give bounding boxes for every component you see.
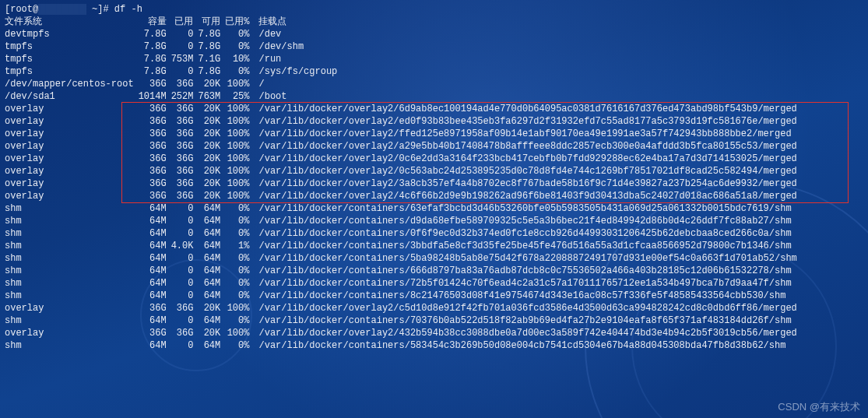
df-header-row: 文件系统 容量 已用 可用 已用% 挂载点 [5, 16, 802, 28]
cell-pct: 25% [225, 90, 254, 103]
cell-fs: shm [5, 227, 139, 240]
cell-fs: overlay [5, 128, 139, 140]
cell-mount: /var/lib/docker/containers/8c21476503d08… [254, 290, 801, 302]
cell-used: 36G [171, 128, 199, 140]
table-row: overlay36G36G20K100%/var/lib/docker/over… [5, 115, 802, 128]
cell-avail: 64M [198, 265, 225, 277]
cell-fs: /dev/sda1 [5, 90, 139, 103]
cell-used: 36G [171, 165, 199, 177]
cell-pct: 0% [225, 314, 254, 327]
cell-avail: 20K [198, 327, 225, 339]
cell-mount: /var/lib/docker/containers/583454c3b269b… [254, 339, 801, 352]
cell-mount: /var/lib/docker/overlay2/3a8cb357ef4a4b8… [254, 177, 801, 190]
prompt-path: ~]# [86, 4, 114, 15]
table-row: shm64M064M0%/var/lib/docker/containers/6… [5, 265, 802, 277]
table-row: overlay36G36G20K100%/var/lib/docker/over… [5, 103, 802, 115]
cell-avail: 20K [198, 165, 225, 177]
col-filesystem: 文件系统 [5, 16, 139, 28]
cell-fs: overlay [5, 115, 139, 128]
col-size: 容量 [139, 16, 171, 28]
cell-fs: overlay [5, 190, 139, 202]
cell-pct: 0% [225, 202, 254, 215]
table-row: tmpfs7.8G07.8G0%/sys/fs/cgroup [5, 65, 802, 78]
cell-avail: 763M [198, 90, 225, 103]
cell-pct: 10% [225, 53, 254, 65]
cell-pct: 0% [225, 227, 254, 240]
table-row: tmpfs7.8G753M7.1G10%/run [5, 53, 802, 65]
cell-size: 36G [139, 327, 171, 339]
cell-avail: 20K [198, 153, 225, 165]
cell-pct: 100% [225, 165, 254, 177]
cell-fs: overlay [5, 153, 139, 165]
cell-fs: shm [5, 314, 139, 327]
cell-pct: 0% [225, 40, 254, 53]
table-row: overlay36G36G20K100%/var/lib/docker/over… [5, 140, 802, 153]
cell-avail: 64M [198, 202, 225, 215]
cell-mount: /var/lib/docker/containers/72b5f01424c70… [254, 277, 801, 290]
table-row: devtmpfs7.8G07.8G0%/dev [5, 28, 802, 40]
cell-mount: /var/lib/docker/overlay2/6d9ab8ec100194a… [254, 103, 801, 115]
cell-mount: /var/lib/docker/containers/5ba98248b5ab8… [254, 252, 801, 265]
cell-fs: devtmpfs [5, 28, 139, 40]
cell-size: 64M [139, 277, 171, 290]
cell-used: 0 [171, 28, 199, 40]
cell-used: 252M [171, 90, 199, 103]
cell-avail: 20K [198, 140, 225, 153]
cell-avail: 64M [198, 215, 225, 227]
cell-size: 36G [139, 165, 171, 177]
cell-used: 36G [171, 115, 199, 128]
cell-size: 36G [139, 103, 171, 115]
cell-pct: 100% [225, 327, 254, 339]
col-avail: 可用 [198, 16, 225, 28]
cell-pct: 100% [225, 115, 254, 128]
table-row: shm64M4.0K64M1%/var/lib/docker/container… [5, 240, 802, 252]
cell-fs: tmpfs [5, 53, 139, 65]
cell-mount: / [254, 78, 801, 90]
col-usepct: 已用% [225, 16, 254, 28]
cell-used: 0 [171, 339, 199, 352]
table-row: overlay36G36G20K100%/var/lib/docker/over… [5, 190, 802, 202]
cell-mount: /var/lib/docker/overlay2/432b594b38cc308… [254, 327, 801, 339]
cell-mount: /var/lib/docker/containers/63efaf3bcbd3d… [254, 202, 801, 215]
cell-mount: /run [254, 53, 801, 65]
cell-fs: shm [5, 252, 139, 265]
cell-used: 0 [171, 277, 199, 290]
cell-avail: 20K [198, 128, 225, 140]
table-row: shm64M064M0%/var/lib/docker/containers/8… [5, 290, 802, 302]
cell-used: 0 [171, 65, 199, 78]
cell-used: 4.0K [171, 240, 199, 252]
cell-fs: tmpfs [5, 40, 139, 53]
cell-fs: overlay [5, 302, 139, 314]
table-row: shm64M064M0%/var/lib/docker/containers/0… [5, 227, 802, 240]
table-row: shm64M064M0%/var/lib/docker/containers/d… [5, 215, 802, 227]
cell-size: 36G [139, 302, 171, 314]
cell-mount: /sys/fs/cgroup [254, 65, 801, 78]
cell-avail: 64M [198, 252, 225, 265]
table-row: /dev/mapper/centos-root36G36G20K100%/ [5, 78, 802, 90]
table-row: overlay36G36G20K100%/var/lib/docker/over… [5, 327, 802, 339]
cell-mount: /var/lib/docker/overlay2/ed0f93b83bee435… [254, 115, 801, 128]
cell-size: 64M [139, 252, 171, 265]
cell-pct: 100% [225, 302, 254, 314]
cell-size: 36G [139, 153, 171, 165]
cell-mount: /var/lib/docker/containers/70376b0ab522d… [254, 314, 801, 327]
cell-fs: shm [5, 339, 139, 352]
cell-mount: /var/lib/docker/containers/666d8797ba83a… [254, 265, 801, 277]
cell-size: 7.8G [139, 28, 171, 40]
cell-size: 36G [139, 78, 171, 90]
cell-used: 0 [171, 40, 199, 53]
cell-mount: /var/lib/docker/overlay2/a29e5bb40b17408… [254, 140, 801, 153]
cell-used: 0 [171, 252, 199, 265]
watermark: CSDN @有来技术 [778, 401, 860, 413]
cell-size: 36G [139, 128, 171, 140]
cell-size: 64M [139, 265, 171, 277]
cell-size: 64M [139, 314, 171, 327]
cell-size: 36G [139, 140, 171, 153]
cell-avail: 20K [198, 103, 225, 115]
cell-size: 64M [139, 240, 171, 252]
cell-used: 36G [171, 302, 199, 314]
cell-mount: /dev/shm [254, 40, 801, 53]
cell-fs: overlay [5, 103, 139, 115]
cell-pct: 0% [225, 290, 254, 302]
cell-size: 7.8G [139, 40, 171, 53]
